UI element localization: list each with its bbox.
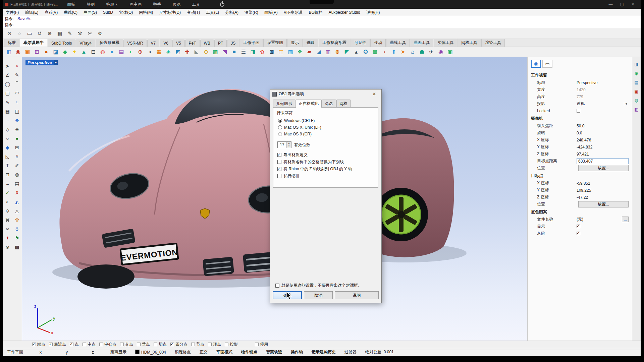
ribbon-icon[interactable]: ▤ (117, 48, 125, 56)
dialog-tab[interactable]: 网格 (336, 100, 351, 108)
ribbon-icon[interactable]: ◫ (277, 48, 285, 56)
ribbon-icon[interactable]: ◨ (249, 48, 257, 56)
left-toolbar-icon[interactable]: ➤ (3, 62, 11, 70)
osnap-toggle[interactable]: 点 (70, 342, 79, 347)
menu-item[interactable]: 面板(P) (261, 9, 281, 16)
status-pane[interactable]: 操作轴 (286, 349, 307, 355)
osnap-toggle[interactable]: 投影 (225, 342, 238, 347)
left-toolbar-icon[interactable]: ◇ (3, 126, 11, 133)
left-toolbar-icon[interactable]: ⊙ (3, 207, 11, 215)
ribbon-icon[interactable]: ✿ (258, 48, 266, 56)
ribbon-icon[interactable]: ▨ (211, 48, 219, 56)
status-pane[interactable]: 锁定格点 (170, 349, 195, 355)
stream-menu-item[interactable]: 预览 (172, 2, 180, 7)
window-control-icon[interactable]: ✕ (631, 2, 635, 7)
left-toolbar-icon[interactable]: ⌘ (3, 216, 11, 224)
menu-item[interactable]: 查看(V) (41, 9, 61, 16)
export-option-checkbox[interactable]: 长行缩排 (277, 173, 375, 180)
toolbar-icon[interactable]: ✄ (86, 29, 94, 38)
dialog-title-bar[interactable]: OBJ 导出选项 ✕ (270, 89, 381, 99)
ribbon-icon[interactable]: ◉ (14, 48, 22, 56)
target-x-value[interactable]: -59.852 (577, 181, 629, 186)
left-toolbar-icon[interactable]: ❖ (13, 117, 21, 124)
viewport-menu-arrow-icon[interactable]: ▾ (54, 60, 58, 65)
ribbon-icon[interactable]: ⊙ (202, 48, 210, 56)
status-pane[interactable]: z (80, 350, 106, 355)
left-toolbar-icon[interactable]: ◭ (13, 198, 21, 205)
toolbar-icon[interactable]: ⊕ (46, 29, 54, 38)
dialog-tab[interactable]: 几何图形 (273, 100, 295, 108)
status-pane[interactable]: 过滤器 (340, 349, 361, 355)
rotation-value[interactable]: 0.0 (577, 131, 629, 135)
toolbar-tab[interactable]: 曲面工具 (410, 39, 433, 47)
top-notch-handle[interactable] (310, 0, 334, 4)
projection-dropdown[interactable]: 透视 ▾ (577, 101, 629, 107)
menu-item[interactable]: Auxpecker Studio (326, 9, 363, 16)
left-toolbar-icon[interactable]: ◯ (3, 80, 11, 88)
target-y-value[interactable]: 109.225 (577, 188, 629, 193)
ribbon-icon[interactable]: ◤ (343, 48, 351, 56)
osnap-toggle[interactable]: 切点 (154, 342, 167, 347)
always-use-checkbox[interactable]: 总是使用这些设置，不要再弹出这个对话框。 (274, 282, 377, 289)
stream-menu-item[interactable]: 举手 (153, 2, 161, 7)
stream-menu-item[interactable]: 答题卡 (106, 2, 118, 7)
toolbar-tab[interactable]: 可见性 (351, 39, 370, 47)
ribbon-icon[interactable]: ● (108, 48, 116, 56)
right-strip-icon[interactable]: ◧ (634, 107, 638, 112)
toolbar-tab[interactable]: 变动 (370, 39, 386, 47)
left-toolbar-icon[interactable]: ✐ (13, 162, 21, 169)
left-toolbar-icon[interactable]: ◺ (3, 153, 11, 160)
ribbon-icon[interactable]: ✪ (362, 48, 370, 56)
toolbar-tab[interactable]: JS (227, 40, 239, 47)
left-toolbar-icon[interactable]: ▫ (3, 117, 11, 124)
toolbar-tab[interactable]: 网格工具 (458, 39, 481, 47)
ribbon-icon[interactable]: ■ (230, 48, 238, 56)
locked-checkbox[interactable] (577, 109, 580, 113)
left-toolbar-icon[interactable]: ≈ (13, 99, 21, 106)
ribbon-icon[interactable]: ✈ (427, 48, 435, 56)
osnap-toggle[interactable]: 垂点 (137, 342, 150, 347)
toolbar-tab[interactable]: 卓尔谟犀牛 (20, 39, 47, 47)
dialog-tab[interactable]: 命名 (322, 100, 336, 108)
left-toolbar-icon[interactable]: ⊕ (13, 126, 21, 133)
left-toolbar-icon[interactable]: ∠ (3, 71, 11, 79)
significant-digits-spinner[interactable]: 17 ▴ ▾ (277, 141, 291, 148)
left-toolbar-icon[interactable]: ◫ (13, 108, 21, 115)
toolbar-icon[interactable]: ⊘ (5, 29, 13, 38)
viewport-title-value[interactable]: Perspective (577, 80, 629, 85)
left-toolbar-icon[interactable]: ○ (3, 135, 11, 142)
menu-item[interactable]: 实体(O) (116, 9, 136, 16)
menu-item[interactable]: BG螺栓 (306, 9, 325, 16)
right-strip-icon[interactable]: ▣ (634, 89, 638, 94)
help-button[interactable]: 说明 (335, 291, 379, 299)
left-toolbar-icon[interactable]: ⊗ (3, 243, 11, 251)
ribbon-icon[interactable]: ▧ (286, 48, 294, 56)
window-control-icon[interactable]: — (609, 2, 613, 7)
ribbon-icon[interactable]: ◑ (146, 48, 154, 56)
ribbon-icon[interactable]: ⊠ (268, 48, 276, 56)
close-icon[interactable]: ✕ (369, 92, 379, 97)
ribbon-icon[interactable]: ◉ (437, 48, 445, 56)
menu-item[interactable]: 网格(M) (136, 9, 156, 16)
toolbar-tab[interactable]: VSR-MR (123, 40, 147, 47)
toolbar-icon[interactable]: ▭ (25, 29, 34, 38)
target-z-value[interactable]: -47.22 (577, 195, 629, 200)
osnap-toggle[interactable]: 端点 (32, 342, 45, 347)
menu-item[interactable]: 曲面(S) (80, 9, 100, 16)
ribbon-icon[interactable]: ● (42, 48, 50, 56)
stream-menu-item[interactable]: 工具 (192, 2, 200, 7)
camera-y-value[interactable]: -424.832 (577, 145, 629, 149)
status-pane[interactable]: HDM_06_004 (131, 350, 170, 355)
wallpaper-show-checkbox[interactable] (577, 225, 580, 228)
toolbar-tab[interactable]: PeT (185, 40, 200, 47)
ribbon-icon[interactable]: ▣ (446, 48, 454, 56)
ribbon-icon[interactable]: ✦ (70, 48, 78, 56)
ribbon-icon[interactable]: ◪ (52, 48, 60, 56)
line-ending-radio[interactable]: Mac OS X, Unix (LF) (277, 124, 375, 131)
left-toolbar-icon[interactable]: ▢ (3, 89, 11, 97)
menu-item[interactable]: VR-卓尔谟 (281, 9, 306, 16)
left-toolbar-icon[interactable]: ∿ (3, 99, 11, 106)
spinner-down-icon[interactable]: ▾ (287, 145, 291, 148)
ribbon-icon[interactable]: ◩ (174, 48, 182, 56)
status-pane[interactable]: 正交 (195, 349, 212, 355)
